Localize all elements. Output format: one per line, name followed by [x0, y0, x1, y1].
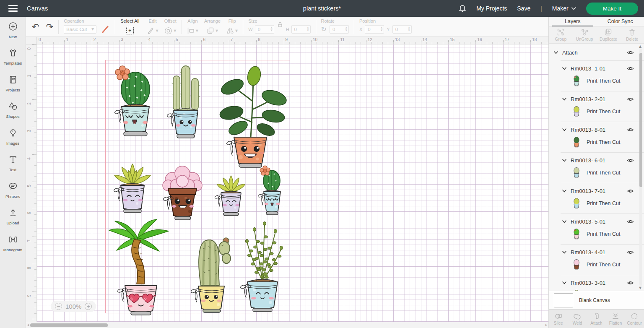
sidebar-item-images[interactable]: Images: [0, 123, 26, 150]
visibility-eye-icon[interactable]: [627, 250, 634, 255]
sticker-succulent-lavender-pot[interactable]: [109, 156, 156, 224]
operation-select[interactable]: Basic Cut▼: [64, 25, 96, 34]
sidebar-item-text[interactable]: Text: [0, 150, 26, 177]
layer-group-Rm0013-1-01[interactable]: Rm0013- 1-01: [549, 63, 644, 73]
position-x-input[interactable]: 0▲▼: [365, 25, 384, 34]
layer-item-print-then-cut[interactable]: Print Then Cut: [549, 135, 644, 150]
notifications-bell-icon[interactable]: [459, 4, 466, 13]
chevron-down-icon[interactable]: [562, 128, 566, 131]
scroll-left-arrow[interactable]: ◂: [27, 323, 29, 327]
undo-button[interactable]: ↶: [32, 23, 39, 31]
layer-group-Rm0013-5-01[interactable]: Rm0013- 5-01: [549, 216, 644, 226]
horizontal-scroll-thumb[interactable]: [30, 323, 108, 327]
ungroup-button[interactable]: UnGroup: [573, 26, 597, 43]
hamburger-menu-icon[interactable]: [0, 0, 26, 17]
sidebar-item-projects[interactable]: Projects: [0, 70, 26, 97]
visibility-eye-icon[interactable]: [627, 158, 634, 163]
chevron-down-icon[interactable]: [562, 251, 566, 254]
visibility-eye-icon[interactable]: [627, 219, 634, 224]
chevron-down-icon[interactable]: [562, 67, 566, 70]
sticker-three-column-cactus[interactable]: [162, 63, 210, 151]
visibility-eye-icon[interactable]: [627, 128, 634, 132]
layer-group-Rm0013-6-01[interactable]: Rm0013- 6-01: [549, 155, 644, 165]
zoom-out-button[interactable]: −: [55, 303, 62, 310]
sidebar-item-phrases[interactable]: Phrases: [0, 177, 26, 203]
chevron-down-icon[interactable]: [562, 281, 566, 284]
my-projects-link[interactable]: My Projects: [476, 5, 507, 12]
layer-group-attach[interactable]: Attach: [549, 47, 644, 58]
height-input[interactable]: 0▲▼: [291, 25, 311, 34]
visibility-eye-icon[interactable]: [627, 97, 634, 102]
scroll-up-arrow[interactable]: ▲: [639, 44, 641, 48]
sticker-sheet[interactable]: [105, 60, 290, 313]
sidebar-item-monogram[interactable]: Monogram: [0, 230, 26, 257]
tab-layers[interactable]: Layers: [549, 17, 597, 26]
layer-item-print-then-cut[interactable]: Print Then Cut: [549, 73, 644, 89]
group-button[interactable]: Group: [549, 26, 573, 43]
scroll-right-arrow[interactable]: ▸: [545, 323, 547, 327]
visibility-eye-icon[interactable]: [627, 50, 634, 55]
sticker-round-cactus-flower[interactable]: [109, 64, 161, 146]
save-link[interactable]: Save: [517, 5, 530, 12]
sticker-rubber-plant[interactable]: [212, 62, 288, 168]
sticker-small-succulent[interactable]: [210, 168, 252, 221]
layer-group-Rm0013-2-01[interactable]: Rm0013- 2-01: [549, 94, 644, 104]
contour-tool-button[interactable]: Contour: [625, 310, 644, 328]
flatten-tool-button[interactable]: Flatten: [606, 310, 625, 328]
redo-button[interactable]: ↷: [46, 23, 54, 31]
layers-scrollbar[interactable]: ▲ ▼: [639, 44, 643, 290]
rotate-input[interactable]: 0▲▼: [330, 25, 349, 34]
sticker-palm-tree[interactable]: [106, 218, 177, 314]
tab-color-sync[interactable]: Color Sync: [597, 17, 644, 26]
chevron-down-icon[interactable]: [562, 159, 566, 162]
pen-color-swatch[interactable]: [101, 25, 110, 34]
chevron-down-icon[interactable]: [554, 51, 558, 54]
attach-tool-button[interactable]: Attach: [587, 310, 606, 328]
edit-button[interactable]: Edit ▼: [147, 18, 158, 35]
duplicate-button[interactable]: Duplicate: [597, 26, 621, 43]
visibility-eye-icon[interactable]: [627, 281, 634, 285]
chevron-down-icon[interactable]: [562, 190, 566, 193]
layer-item-print-then-cut[interactable]: Print Then Cut: [549, 196, 644, 211]
layer-group-Rm0013-7-01[interactable]: Rm0013- 7-01: [549, 186, 644, 196]
make-it-button[interactable]: Make It: [586, 3, 638, 15]
layer-group-Rm0013-4-01[interactable]: Rm0013- 4-01: [549, 247, 644, 257]
size-lock-icon[interactable]: [277, 21, 283, 28]
layer-item-print-then-cut[interactable]: Print Then Cut: [549, 226, 644, 242]
sticker-pink-echeveria[interactable]: [156, 162, 207, 226]
blank-canvas-row[interactable]: Blank Canvas: [549, 291, 644, 309]
visibility-eye-icon[interactable]: [627, 66, 634, 71]
layer-item-print-then-cut[interactable]: Print Then Cut: [549, 288, 644, 291]
width-input[interactable]: 0▲▼: [255, 25, 274, 34]
flip-button[interactable]: Flip ▼: [226, 18, 238, 35]
scroll-down-arrow[interactable]: ▼: [639, 286, 641, 290]
offset-button[interactable]: Offset ▼: [164, 18, 177, 35]
arrange-button[interactable]: Arrange ▼: [204, 18, 221, 35]
sidebar-item-upload[interactable]: Upload: [0, 203, 26, 230]
select-all-button[interactable]: Select All +: [120, 18, 139, 35]
slice-tool-button[interactable]: Slice: [549, 310, 568, 328]
position-y-input[interactable]: 0▲▼: [392, 25, 412, 34]
sidebar-item-shapes[interactable]: Shapes: [0, 97, 26, 124]
layer-group-Rm0013-8-01[interactable]: Rm0013- 8-01: [549, 125, 644, 135]
align-button[interactable]: Align ▼: [187, 18, 198, 35]
zoom-in-button[interactable]: +: [85, 303, 92, 310]
layer-item-print-then-cut[interactable]: Print Then Cut: [549, 165, 644, 180]
visibility-eye-icon[interactable]: [627, 189, 634, 193]
layers-scroll-thumb[interactable]: [639, 53, 642, 187]
sidebar-item-new[interactable]: New: [0, 17, 26, 44]
sidebar-item-templates[interactable]: Templates: [0, 44, 26, 70]
machine-selector[interactable]: Maker: [552, 5, 576, 12]
sticker-sage-cactus[interactable]: [180, 229, 236, 313]
chevron-down-icon[interactable]: [562, 220, 566, 223]
sticker-small-round-cactus[interactable]: [252, 164, 289, 219]
sticker-fern-plant[interactable]: [236, 218, 289, 313]
weld-tool-button[interactable]: Weld: [568, 310, 587, 328]
canvas-color-swatch[interactable]: [554, 293, 573, 307]
chevron-down-icon[interactable]: [562, 98, 566, 101]
delete-button[interactable]: Delete: [620, 26, 644, 43]
canvas-grid[interactable]: − 100% +: [37, 44, 548, 322]
layer-group-Rm0013-3-01[interactable]: Rm0013- 3-01: [549, 278, 644, 288]
layer-item-print-then-cut[interactable]: Print Then Cut: [549, 257, 644, 272]
layer-item-print-then-cut[interactable]: Print Then Cut: [549, 104, 644, 119]
